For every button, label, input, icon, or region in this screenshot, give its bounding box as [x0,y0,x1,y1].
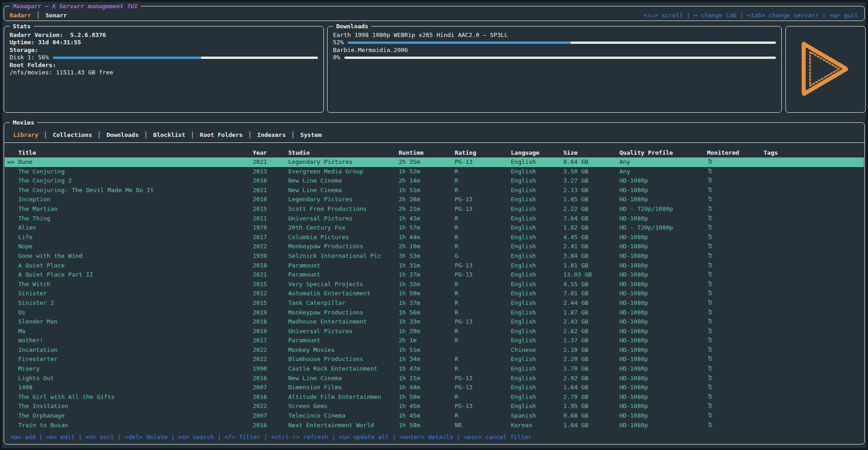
table-row[interactable]: The Thing 2011 Universal Pictures 1h 43m… [5,214,864,224]
table-row[interactable]: The Orphanage 2007 Telecinco Cinema 1h 4… [5,411,864,421]
movie-quality-profile: HD-1080p [619,214,707,224]
movie-language: Korean [511,421,563,430]
movie-quality-profile: HD-1080p [619,421,707,430]
movies-tab[interactable]: │System [286,131,322,138]
tag-icon [707,290,713,296]
movie-studio: Very Special Projects [288,280,399,289]
movie-size: 4.45 GB [563,233,619,242]
table-row[interactable]: 1408 2007 Dimension Films 1h 44m PG-13 E… [5,383,864,392]
movie-size: 3.84 GB [563,251,619,261]
table-row[interactable]: Sinister 2 2015 Tank Caterpillar 1h 37m … [5,298,864,308]
servarr-tab[interactable]: │Radarr [10,12,31,19]
table-row[interactable]: Alien 1979 20th Century Fox 1h 57m R Eng… [5,223,864,233]
table-row[interactable]: Sinister 2012 Automatik Entertainment 1h… [5,289,864,298]
table-row[interactable]: The Witch 2015 Very Special Projects 1h … [5,280,864,289]
movies-tab[interactable]: │Downloads [92,131,139,138]
movie-studio: Columbia Pictures [288,233,399,242]
movie-year: 2007 [253,411,288,421]
tag-icon [707,384,713,390]
movie-studio: New Line Cinema [288,374,399,383]
table-row[interactable]: Inception 2010 Legendary Pictures 2h 28m… [5,195,864,204]
movie-monitored [707,364,764,374]
movie-size: 2.20 GB [563,355,619,364]
table-row[interactable]: The Conjuring 2013 Evergreen Media Group… [5,167,864,177]
movies-tab[interactable]: │Root Folders [185,131,243,138]
movie-rating: R [455,411,511,421]
movie-rating: R [455,298,511,308]
movie-monitored [707,186,764,195]
download-percent: 52% [333,39,343,46]
tag-icon [707,412,713,419]
movie-rating: R [455,364,511,374]
table-row[interactable]: The Invitation 2022 Screen Gems 1h 45m P… [5,402,864,411]
table-row[interactable]: mother! 2017 Paramount 2h 1m R English 1… [5,336,864,345]
movie-studio: Paramount [288,336,399,345]
radarr-version: Radarr Version: 5.2.6.8376 [10,31,318,39]
col-title: Title [18,149,253,156]
movie-size: 2.44 GB [563,298,619,308]
table-row[interactable]: Ma 2019 Universal Pictures 1h 39m R Engl… [5,327,864,336]
tag-icon [707,403,713,409]
table-row[interactable]: Train to Busan 2016 Next Entertainment W… [5,421,864,430]
table-row[interactable]: Incantation 2022 Monkey Movies 1h 51m Ch… [5,345,864,355]
movie-studio: Paramount [288,261,399,271]
tag-icon [707,299,713,306]
movie-size: 0.68 GB [563,411,619,421]
movie-monitored [707,355,764,364]
table-row[interactable]: A Quiet Place 2018 Paramount 1h 31m PG-1… [5,261,864,271]
tag-icon [707,318,713,324]
movie-title: Slender Man [18,317,253,327]
tag-icon [707,309,713,315]
tag-icon [707,422,713,428]
movie-title: mother! [18,336,253,345]
movie-studio: 20th Century Fox [288,223,399,233]
movie-title: Incantation [18,345,253,355]
disk-usage-label: Disk 1: 56% [10,54,49,61]
download-item: Earth 1998 1080p WEBRip x265 Hindi AAC2.… [333,31,776,47]
table-row[interactable]: Nope 2022 Monkeypaw Productions 2h 10m R… [5,242,864,251]
movie-year: 2010 [253,195,288,204]
movie-language: English [511,336,563,345]
table-row[interactable]: Us 2019 Monkeypaw Productions 1h 56m R E… [5,308,864,318]
movie-rating: R [455,355,511,364]
movie-runtime: 2h 14m [399,176,455,186]
movie-title: Sinister 2 [18,298,253,308]
movies-tab[interactable]: │Library [13,131,38,138]
movie-runtime: 1h 39m [399,327,455,336]
table-row[interactable]: The Martian 2015 Scott Free Productions … [5,204,864,214]
movie-size: 2.62 GB [563,327,619,336]
col-quality-profile: Quality Profile [619,149,707,156]
servarr-tabs: │Radarr │Sonarr [10,12,67,19]
table-row[interactable]: The Conjuring: The Devil Made Me Do It 2… [5,186,864,195]
table-row[interactable]: Misery 1990 Castle Rock Entertainment 1h… [5,364,864,374]
movie-rating: R [455,289,511,298]
tag-icon [707,337,713,343]
tag-icon [707,375,713,381]
table-row[interactable]: The Conjuring 2 2016 New Line Cinema 2h … [5,176,864,186]
table-row[interactable]: Firestarter 2022 Blumhouse Productions 1… [5,355,864,364]
movies-tab[interactable]: │Collections [38,131,92,138]
tab-divider: │ [31,12,46,19]
table-row[interactable]: A Quiet Place Part II 2021 Paramount 1h … [5,270,864,280]
stats-panel: Stats Radarr Version: 5.2.6.8376 Uptime:… [4,26,324,113]
movies-tab[interactable]: │Indexers [243,131,286,138]
app-title: Managarr – A Servarr management TUI [10,2,141,10]
table-row[interactable]: Gone with the Wind 1939 Selznick Interna… [5,251,864,261]
movie-title: Firestarter [18,355,253,364]
movie-title: The Witch [18,280,253,289]
movies-tab[interactable]: │Blocklist [139,131,185,138]
movies-table: => Dune 2021 Legendary Pictures 2h 35m P… [5,157,864,430]
table-row[interactable]: Slender Man 2018 Madhouse Entertainment … [5,317,864,327]
movie-studio: Castle Rock Entertainment [288,364,399,374]
download-progress-bar [344,57,776,59]
servarr-tab[interactable]: │Sonarr [31,12,67,19]
table-row[interactable]: Lights Out 2016 New Line Cinema 1h 21m P… [5,374,864,383]
movie-studio: New Line Cinema [288,176,399,186]
table-row[interactable]: Life 2017 Columbia Pictures 1h 44m R Eng… [5,233,864,242]
storage-label: Storage: [10,47,318,54]
movie-monitored [707,157,764,167]
table-row[interactable]: The Girl with All the Gifts 2016 Altitud… [5,392,864,402]
movie-size: 1.87 GB [563,308,619,318]
play-triangle-logo-icon [796,37,855,101]
table-row[interactable]: => Dune 2021 Legendary Pictures 2h 35m P… [5,157,864,167]
